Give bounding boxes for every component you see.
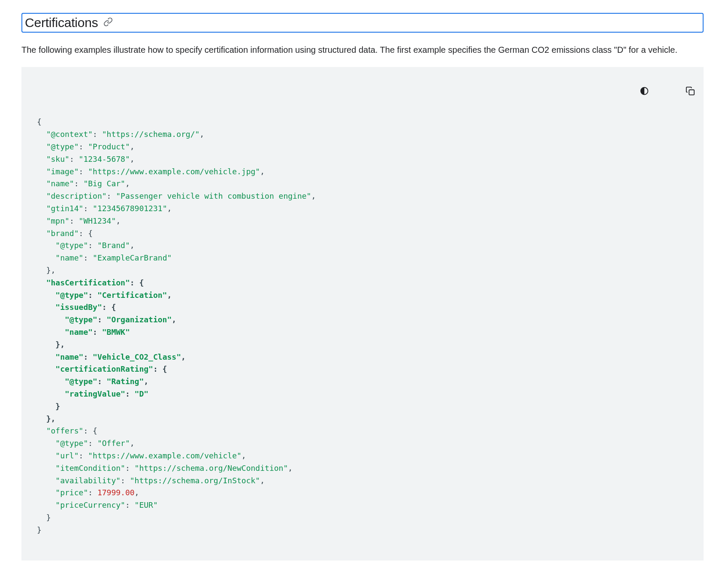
section-heading: Certifications (25, 15, 98, 30)
code-block: { "@context": "https://schema.org/", "@t… (21, 67, 704, 561)
code-toolbar (612, 74, 695, 112)
code-content: { "@context": "https://schema.org/", "@t… (37, 116, 688, 536)
section-heading-container: Certifications (21, 13, 704, 33)
copy-icon[interactable] (658, 74, 695, 112)
svg-rect-0 (689, 90, 694, 95)
link-icon[interactable] (103, 17, 113, 28)
theme-toggle-icon[interactable] (612, 74, 649, 112)
section-description: The following examples illustrate how to… (21, 43, 704, 57)
